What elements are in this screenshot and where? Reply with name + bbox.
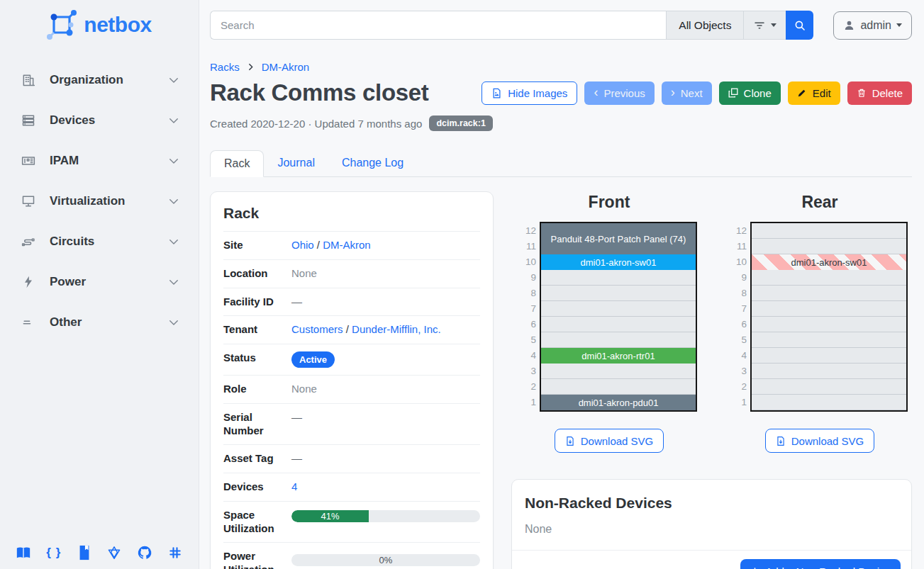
tenant-group-link[interactable]: Customers [291, 323, 343, 335]
global-search: All Objects [210, 11, 813, 40]
hide-images-button[interactable]: Hide Images [482, 81, 577, 105]
sidebar-item-other[interactable]: Other [0, 302, 199, 342]
user-name: admin [860, 19, 891, 32]
sidebar-item-ipam[interactable]: IPAM [0, 140, 199, 181]
monitor-icon [21, 194, 35, 208]
chevron-right-icon [246, 62, 255, 72]
download-svg-label: Download SVG [791, 435, 864, 447]
breadcrumb-racks[interactable]: Racks [210, 61, 240, 73]
search-submit-button[interactable] [786, 11, 813, 40]
site-link[interactable]: Ohio [291, 239, 314, 251]
rack-slot[interactable] [752, 239, 906, 254]
rack-device-pdu01[interactable]: dmi01-akron-pdu01 [541, 395, 696, 410]
search-icon [794, 19, 806, 32]
chevron-down-icon[interactable] [167, 74, 180, 86]
search-input[interactable] [210, 11, 666, 40]
chevron-down-icon[interactable] [167, 195, 180, 208]
rack-slot[interactable] [752, 301, 906, 317]
edit-button[interactable]: Edit [788, 81, 840, 105]
rack-slot[interactable] [541, 379, 696, 395]
tab-content: Rack Site Ohio / DM-Akron Location None [210, 177, 912, 569]
image-file-icon [491, 88, 502, 98]
devices-count-link[interactable]: 4 [291, 480, 297, 492]
attr-row-serial-number: Serial Number — [223, 403, 480, 445]
tab-journal[interactable]: Journal [264, 150, 328, 176]
unit-number: 5 [733, 332, 747, 348]
sidebar-item-devices[interactable]: Devices [0, 100, 199, 140]
attr-value: 4 [291, 480, 480, 492]
filter-icon [753, 19, 766, 32]
community-icon[interactable] [106, 545, 122, 560]
previous-button[interactable]: ‹ Previous [584, 81, 654, 105]
rack-slot[interactable] [541, 301, 696, 317]
space-utilization-fill: 41% [291, 510, 369, 522]
sidebar-item-organization[interactable]: Organization [0, 60, 199, 100]
breadcrumb-dm-akron[interactable]: DM-Akron [262, 61, 310, 73]
unit-number: 6 [733, 317, 747, 332]
unit-number: 1 [522, 395, 536, 410]
chevron-down-icon[interactable] [167, 316, 180, 329]
search-scope-button[interactable]: All Objects [666, 11, 743, 40]
journal-icon[interactable] [77, 545, 92, 560]
netbox-logo[interactable]: netbox [0, 0, 199, 44]
github-icon[interactable] [137, 545, 152, 560]
netbox-logo-text: netbox [84, 13, 151, 37]
clone-label: Clone [744, 87, 772, 99]
hide-images-label: Hide Images [508, 87, 567, 99]
search-scope-label: All Objects [679, 19, 731, 32]
rack-slot[interactable] [541, 286, 696, 301]
add-non-racked-device-button[interactable]: Add a Non-Racked Device [740, 559, 901, 569]
rear-unit-numbers: 12 11 10 9 8 7 6 5 4 3 2 1 [733, 222, 747, 412]
rack-slot[interactable] [541, 364, 696, 379]
delete-button[interactable]: Delete [847, 81, 912, 105]
rack-slot[interactable] [752, 348, 906, 364]
site-group-link[interactable]: DM-Akron [323, 239, 371, 251]
rack-slot[interactable] [752, 223, 906, 239]
user-menu-button[interactable]: admin [833, 11, 912, 40]
attr-value: — [291, 452, 480, 464]
rack-slot[interactable] [752, 317, 906, 332]
docs-book-icon[interactable] [16, 545, 31, 560]
clone-button[interactable]: Clone [719, 81, 781, 105]
rack-slot[interactable] [541, 270, 696, 286]
rack-device-rtr01[interactable]: dmi01-akron-rtr01 [541, 348, 696, 364]
rack-slot[interactable] [752, 364, 906, 379]
next-button[interactable]: › Next [662, 81, 712, 105]
sidebar-item-virtualization[interactable]: Virtualization [0, 181, 199, 221]
attr-value: None [291, 383, 480, 395]
attr-row-facility-id: Facility ID — [223, 288, 480, 316]
download-svg-front-button[interactable]: Download SVG [555, 429, 664, 453]
download-svg-rear-button[interactable]: Download SVG [765, 429, 875, 453]
chevron-down-icon[interactable] [167, 154, 180, 167]
rack-device-patch-panel[interactable]: Panduit 48-Port Patch Panel (74) [541, 223, 696, 254]
chevron-down-icon[interactable] [167, 276, 180, 288]
attr-label: Tenant [223, 323, 291, 337]
tab-rack[interactable]: Rack [210, 150, 264, 177]
rack-slot[interactable] [752, 270, 906, 286]
unit-number: 9 [522, 270, 536, 286]
rack-slot[interactable] [752, 286, 906, 301]
rack-device-sw01-rear[interactable]: dmi01-akron-sw01 [752, 254, 906, 270]
slack-icon[interactable] [167, 545, 183, 560]
attr-row-space-utilization: Space Utilization 41% [223, 501, 480, 543]
unit-number: 4 [522, 348, 536, 364]
rack-slot[interactable] [752, 395, 906, 410]
sidebar-item-power[interactable]: Power [0, 261, 199, 302]
rack-slot[interactable] [752, 332, 906, 348]
chevron-down-icon[interactable] [167, 114, 180, 127]
code-braces-icon[interactable]: { } [46, 545, 62, 560]
chevron-down-icon[interactable] [167, 235, 180, 248]
rack-slot[interactable] [541, 332, 696, 348]
sidebar-item-circuits[interactable]: Circuits [0, 221, 199, 261]
rack-details-card: Rack Site Ohio / DM-Akron Location None [210, 191, 494, 569]
rack-slot[interactable] [752, 379, 906, 395]
tab-change-log[interactable]: Change Log [328, 150, 417, 176]
attr-label: Serial Number [223, 411, 291, 438]
attr-value: Ohio / DM-Akron [291, 239, 480, 251]
rack-card-title: Rack [211, 192, 493, 231]
search-filter-button[interactable] [743, 11, 786, 40]
rack-slot[interactable] [541, 317, 696, 332]
rack-device-sw01[interactable]: dmi01-akron-sw01 [541, 254, 696, 270]
tenant-link[interactable]: Dunder-Mifflin, Inc. [352, 323, 441, 335]
circuit-icon [21, 235, 35, 249]
